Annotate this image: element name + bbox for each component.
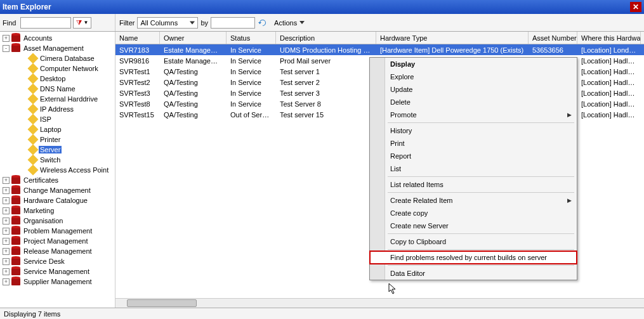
tree-label: Cimera Database [39,55,96,62]
context-menu[interactable]: DisplayExploreUpdateDeletePromoteHistory… [369,57,577,280]
tree-node-dns-name[interactable]: DNS Name [1,84,114,94]
menu-item-promote[interactable]: Promote [370,108,577,121]
tree-node-server[interactable]: Server [1,145,114,155]
column-header-where-this-hardware[interactable]: Where this Hardware [577,32,641,44]
menu-item-copy-to-clipboard[interactable]: Copy to Clipboard [370,235,577,248]
tree-node-accounts[interactable]: +Accounts [1,33,114,43]
actions-menu-button[interactable]: Actions [270,16,308,29]
menu-item-find-problems-resolved-by-current-builds-on-server[interactable]: Find problems resolved by current builds… [370,251,577,264]
find-filter-button[interactable]: ⧩▼ [73,17,91,29]
database-icon [11,176,20,184]
expand-toggle[interactable]: + [3,248,10,255]
menu-item-list-related-items[interactable]: List related Items [370,178,577,191]
menu-item-explore[interactable]: Explore [370,70,577,83]
tree-node-laptop[interactable]: Laptop [1,124,114,134]
expand-toggle[interactable]: + [3,187,10,194]
database-icon [11,247,20,255]
menu-item-create-related-item[interactable]: Create Related Item [370,194,577,207]
menu-separator [388,176,574,177]
tree-node-release-management[interactable]: +Release Management [1,246,114,256]
item-type-icon [28,84,39,94]
tree-node-supplier-management[interactable]: +Supplier Management [1,277,114,287]
tree-node-switch[interactable]: Switch [1,155,114,165]
tree-node-certificates[interactable]: +Certificates [1,175,114,185]
menu-item-delete[interactable]: Delete [370,96,577,108]
database-icon [11,227,20,235]
menu-item-print[interactable]: Print [370,137,577,150]
column-header-asset-number[interactable]: Asset Number [529,32,577,44]
expand-toggle[interactable]: + [3,197,10,204]
expand-toggle[interactable]: + [3,177,10,184]
expand-toggle[interactable]: + [3,35,10,42]
menu-item-list[interactable]: List [370,162,577,175]
column-header-owner[interactable]: Owner [160,32,227,44]
filter-value-input[interactable] [211,17,255,29]
funnel-icon: ⧩ [76,18,82,27]
expand-toggle[interactable]: + [3,278,10,285]
tree-node-problem-management[interactable]: +Problem Management [1,226,114,236]
tree-label: IP Address [39,105,75,113]
column-header-hardware-type[interactable]: Hardware Type [376,32,529,44]
column-header-name[interactable]: Name [115,32,160,44]
column-header-description[interactable]: Description [276,32,376,44]
menu-item-report[interactable]: Report [370,150,577,162]
cell: QA/Testing [160,68,227,75]
menu-separator [388,265,574,266]
expand-toggle[interactable]: + [3,207,10,214]
tree-node-project-management[interactable]: +Project Management [1,236,114,246]
item-type-icon [28,94,39,105]
cell: Test Server 8 [276,100,376,108]
find-label: Find [3,19,18,27]
tree-view[interactable]: +Accounts-Asset ManagementCimera Databas… [0,32,115,308]
expand-toggle[interactable]: + [3,228,10,235]
horizontal-scrollbar[interactable] [115,298,644,308]
tree-node-desktop[interactable]: Desktop [1,74,114,84]
item-type-icon [28,134,39,145]
refresh-icon[interactable] [258,18,268,28]
expand-toggle[interactable]: + [3,268,10,275]
expand-toggle[interactable]: - [3,45,10,52]
cell: QA/Testing [160,79,227,86]
tree-node-service-desk[interactable]: +Service Desk [1,256,114,266]
tree-label: Hardware Catalogue [22,197,89,204]
column-header-status[interactable]: Status [227,32,276,44]
expand-toggle[interactable]: + [3,258,10,265]
tree-label: Organisation [22,217,64,225]
tree-node-wireless-access-point[interactable]: Wireless Access Point [1,165,114,175]
menu-item-create-new-server[interactable]: Create new Server [370,219,577,232]
tree-node-marketing[interactable]: +Marketing [1,205,114,216]
scrollbar-thumb[interactable] [127,299,197,307]
menu-item-display[interactable]: Display [370,58,577,70]
menu-item-update[interactable]: Update [370,83,577,96]
tree-label: Server [39,146,62,153]
titlebar: Item Explorer ✕ [0,0,644,14]
tree-node-isp[interactable]: ISP [1,114,114,124]
cell: QA/Testing [160,111,227,119]
cell: QA/Testing [160,89,227,97]
item-type-icon [28,165,39,176]
tree-node-asset-management[interactable]: -Asset Management [1,43,114,53]
menu-item-history[interactable]: History [370,124,577,137]
toolbar: Find ⧩▼ Filter All Columns by Actions [0,14,644,32]
tree-node-cimera-database[interactable]: Cimera Database [1,53,114,63]
menu-item-create-copy[interactable]: Create copy [370,207,577,219]
table-row[interactable]: SVR7183Estate ManagementIn ServiceUDMS P… [115,44,644,55]
expand-toggle[interactable]: + [3,218,10,225]
cell: In Service [227,46,276,54]
tree-node-ip-address[interactable]: IP Address [1,104,114,114]
tree-node-change-management[interactable]: +Change Management [1,185,114,195]
tree-node-external-harddrive[interactable]: External Harddrive [1,94,114,104]
tree-node-service-management[interactable]: +Service Management [1,266,114,277]
item-type-icon [28,63,39,74]
cell: SVR7183 [115,46,160,54]
find-input[interactable] [20,17,71,29]
database-icon [11,207,20,214]
expand-toggle[interactable]: + [3,238,10,245]
tree-node-organisation[interactable]: +Organisation [1,216,114,226]
filter-column-select[interactable]: All Columns [137,17,198,29]
menu-item-data-editor[interactable]: Data Editor [370,267,577,280]
tree-node-printer[interactable]: Printer [1,134,114,145]
tree-node-computer-network[interactable]: Computer Network [1,63,114,74]
tree-node-hardware-catalogue[interactable]: +Hardware Catalogue [1,195,114,205]
close-button[interactable]: ✕ [630,2,641,12]
